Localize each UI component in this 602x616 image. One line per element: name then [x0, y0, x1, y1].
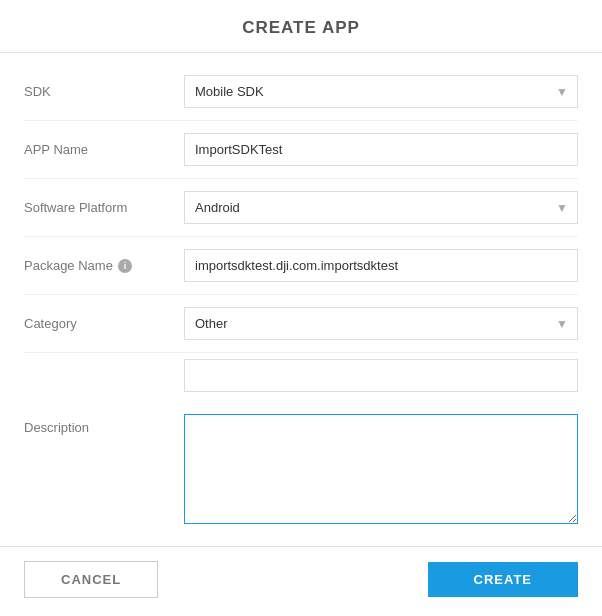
sdk-select-wrap: Mobile SDK Onboard SDK Payload SDK ▼	[184, 75, 578, 108]
cancel-button[interactable]: CANCEL	[24, 561, 158, 598]
software-platform-select-wrap: Android iOS Windows ▼	[184, 191, 578, 224]
category-label: Category	[24, 316, 184, 331]
category-extra-row	[24, 353, 578, 402]
description-label: Description	[24, 414, 184, 435]
description-textarea[interactable]	[184, 414, 578, 524]
app-name-field-wrap	[184, 133, 578, 166]
watermark: https://blog.csdn.net/znlubin	[0, 612, 602, 616]
create-button[interactable]: CREATE	[428, 562, 578, 597]
app-name-label: APP Name	[24, 142, 184, 157]
package-name-input[interactable]	[184, 249, 578, 282]
package-name-field-wrap	[184, 249, 578, 282]
category-field-wrap: Other Agriculture Inspection Mapping ▼	[184, 307, 578, 340]
package-name-label: Package Name i	[24, 258, 184, 273]
app-name-row: APP Name	[24, 121, 578, 179]
dialog-footer: CANCEL CREATE	[0, 546, 602, 612]
software-platform-select[interactable]: Android iOS Windows	[184, 191, 578, 224]
sdk-field-wrap: Mobile SDK Onboard SDK Payload SDK ▼	[184, 75, 578, 108]
dialog-header: CREATE APP	[0, 0, 602, 53]
package-name-row: Package Name i	[24, 237, 578, 295]
app-name-input[interactable]	[184, 133, 578, 166]
sdk-select[interactable]: Mobile SDK Onboard SDK Payload SDK	[184, 75, 578, 108]
software-platform-field-wrap: Android iOS Windows ▼	[184, 191, 578, 224]
description-row: Description	[24, 402, 578, 536]
category-extra-input[interactable]	[184, 359, 578, 392]
category-select[interactable]: Other Agriculture Inspection Mapping	[184, 307, 578, 340]
software-platform-row: Software Platform Android iOS Windows ▼	[24, 179, 578, 237]
create-app-dialog: CREATE APP SDK Mobile SDK Onboard SDK Pa…	[0, 0, 602, 616]
dialog-title: CREATE APP	[242, 18, 360, 37]
category-row: Category Other Agriculture Inspection Ma…	[24, 295, 578, 353]
software-platform-label: Software Platform	[24, 200, 184, 215]
sdk-label: SDK	[24, 84, 184, 99]
package-name-info-icon[interactable]: i	[118, 259, 132, 273]
sdk-row: SDK Mobile SDK Onboard SDK Payload SDK ▼	[24, 63, 578, 121]
dialog-body: SDK Mobile SDK Onboard SDK Payload SDK ▼…	[0, 53, 602, 546]
category-select-wrap: Other Agriculture Inspection Mapping ▼	[184, 307, 578, 340]
